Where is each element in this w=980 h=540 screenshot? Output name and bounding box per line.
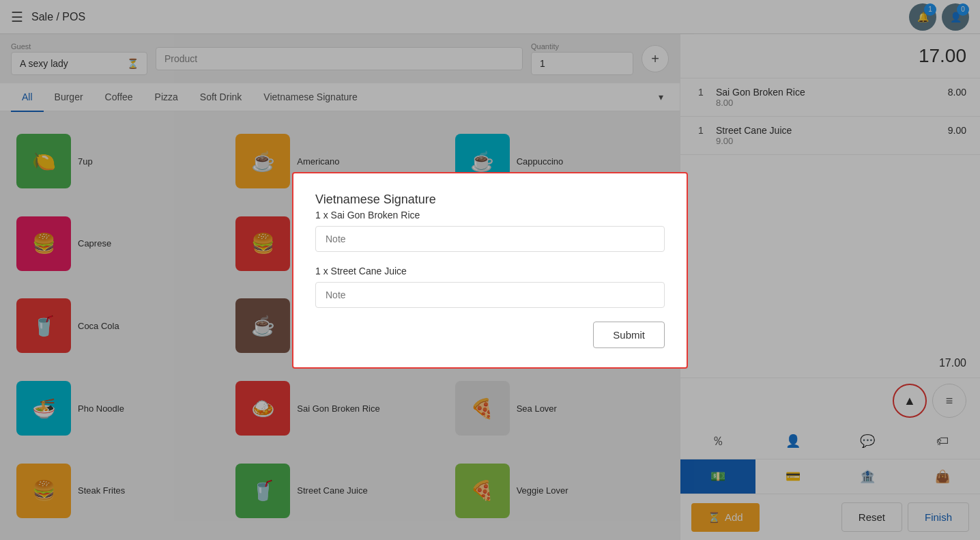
modal-title: Vietnamese Signature: [315, 193, 665, 207]
modal-submit-button[interactable]: Submit: [593, 322, 665, 348]
modal-item2-note[interactable]: [315, 282, 665, 308]
modal-overlay: Vietnamese Signature 1 x Sai Gon Broken …: [0, 0, 980, 540]
modal-item1-label: 1 x Sai Gon Broken Rice: [315, 210, 665, 221]
modal: Vietnamese Signature 1 x Sai Gon Broken …: [292, 172, 688, 369]
modal-item2-label: 1 x Street Cane Juice: [315, 266, 665, 276]
modal-item1-note[interactable]: [315, 226, 665, 252]
